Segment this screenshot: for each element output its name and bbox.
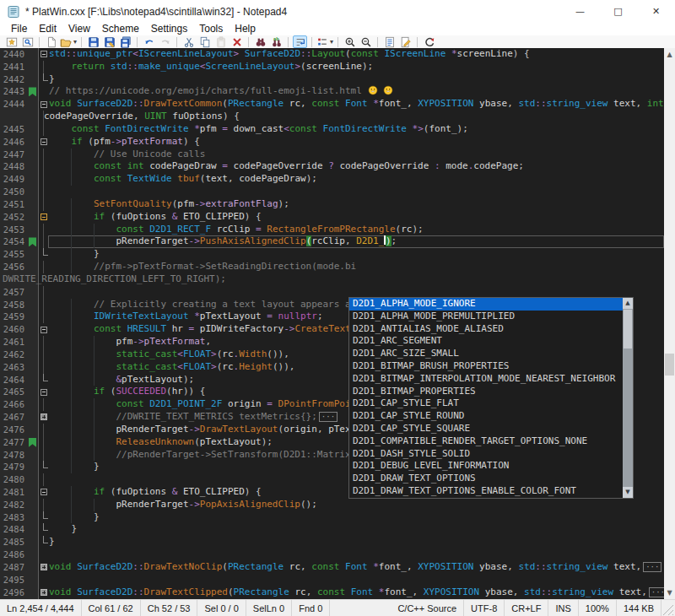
menu-file[interactable]: File bbox=[5, 23, 33, 35]
autocomplete-scroll-thumb[interactable] bbox=[624, 310, 632, 349]
copy-icon[interactable] bbox=[197, 35, 212, 48]
code-line-2456[interactable]: 2456//pfm->pTextFormat->SetReadingDirect… bbox=[0, 261, 664, 273]
autocomplete-item[interactable]: D2D1_BITMAP_INTERPOLATION_MODE_NEAREST_N… bbox=[349, 373, 633, 386]
autocomplete-item[interactable]: D2D1_CAP_STYLE_SQUARE bbox=[349, 423, 633, 435]
autocomplete-item[interactable]: D2D1_DRAW_TEXT_OPTIONS_ENABLE_COLOR_FONT bbox=[349, 485, 633, 498]
code-line-wrap[interactable]: DWRITE_READING_DIRECTION_LEFT_TO_RIGHT); bbox=[0, 273, 664, 286]
menu-settings[interactable]: Settings bbox=[145, 23, 193, 35]
fold-expand-icon[interactable] bbox=[40, 589, 47, 596]
autocomplete-item[interactable]: D2D1_DRAW_TEXT_OPTIONS bbox=[349, 473, 633, 485]
code-line-2449[interactable]: 2449const TextWide tbuf(text, codePageDr… bbox=[0, 173, 664, 186]
autocomplete-item[interactable]: D2D1_DEBUG_LEVEL_INFORMATION bbox=[349, 460, 633, 473]
code-line-2453[interactable]: 2453const D2D1_RECT_F rcClip = Rectangle… bbox=[0, 224, 664, 236]
view-marks-icon[interactable] bbox=[382, 35, 397, 48]
save-as-icon[interactable] bbox=[102, 35, 116, 48]
code-line-2448[interactable]: 2448const int codePageDraw = codePageOve… bbox=[0, 160, 664, 173]
autocomplete-item[interactable]: D2D1_COMPATIBLE_RENDER_TARGET_OPTIONS_NO… bbox=[349, 435, 633, 448]
code-line-2444[interactable]: 2444void SurfaceD2D::DrawTextCommon(PRec… bbox=[0, 98, 664, 111]
status-find-count[interactable]: Fnd 0 bbox=[292, 600, 330, 616]
zoom-out-icon[interactable] bbox=[359, 35, 373, 48]
menu-scheme[interactable]: Scheme bbox=[96, 23, 145, 35]
code-line-2482[interactable]: 2482pRenderTarget->PopAxisAlignedClip(); bbox=[0, 499, 664, 511]
dropdown-caret-icon[interactable]: ▾ bbox=[330, 38, 333, 46]
code-line-2445[interactable]: 2445const FontDirectWrite *pfm = down_ca… bbox=[0, 123, 664, 136]
save-icon[interactable] bbox=[86, 35, 100, 48]
autocomplete-scroll-down-icon[interactable]: ▼ bbox=[623, 487, 633, 498]
code-line-2451[interactable]: 2451SetFontQuality(pfm->extraFontFlag); bbox=[0, 198, 664, 211]
save-copy-icon[interactable] bbox=[118, 35, 132, 48]
status-column[interactable]: Col 61 / 62 bbox=[82, 600, 141, 616]
status-selection[interactable]: Sel 0 / 0 bbox=[197, 600, 246, 616]
status-overtype[interactable]: INS bbox=[548, 600, 578, 616]
scroll-up-arrow-icon[interactable]: ▲ bbox=[664, 48, 675, 61]
maximize-button[interactable]: □ bbox=[599, 0, 637, 23]
autocomplete-scrollbar[interactable]: ▲ ▼ bbox=[623, 298, 633, 498]
code-line-2450[interactable]: 2450 bbox=[0, 186, 664, 198]
delete-icon[interactable] bbox=[230, 35, 244, 48]
autocomplete-item[interactable]: D2D1_BITMAP_PROPERTIES bbox=[349, 386, 633, 398]
code-line-2484[interactable]: 2484} bbox=[0, 523, 664, 536]
fold-collapse-icon[interactable] bbox=[40, 389, 47, 396]
autocomplete-item[interactable]: D2D1_CAP_STYLE_FLAT bbox=[349, 397, 633, 410]
autocomplete-item[interactable]: D2D1_DASH_STYLE_SOLID bbox=[349, 448, 633, 461]
fold-collapse-icon[interactable] bbox=[40, 213, 47, 220]
fold-collapse-icon[interactable] bbox=[40, 489, 47, 495]
editor-scrollbar[interactable]: ▲ ▼ bbox=[664, 48, 675, 599]
code-line-2495[interactable]: 2495 bbox=[0, 574, 664, 586]
code-line-2442[interactable]: 2442} bbox=[0, 73, 664, 86]
status-line[interactable]: Ln 2,454 / 4,444 bbox=[0, 600, 82, 616]
autocomplete-item[interactable]: D2D1_ANTIALIAS_MODE_ALIASED bbox=[349, 323, 633, 336]
fold-expand-icon[interactable] bbox=[40, 413, 47, 420]
title-bar[interactable]: * PlatWin.cxx [F:\Libs\notepad4\scintill… bbox=[0, 0, 675, 23]
minimize-button[interactable]: — bbox=[561, 0, 599, 23]
autocomplete-scroll-up-icon[interactable]: ▲ bbox=[623, 298, 633, 309]
autocomplete-item[interactable]: D2D1_ARC_SEGMENT bbox=[349, 335, 633, 348]
menu-view[interactable]: View bbox=[62, 23, 96, 35]
scroll-down-arrow-icon[interactable]: ▼ bbox=[664, 586, 675, 599]
close-button[interactable]: ✕ bbox=[637, 0, 675, 23]
zoom-in-icon[interactable] bbox=[343, 35, 357, 48]
status-file-size[interactable]: 144 KB bbox=[617, 600, 662, 616]
code-line-2454[interactable]: 2454pRenderTarget->PushAxisAlignedClip(r… bbox=[0, 235, 664, 248]
find-icon[interactable] bbox=[253, 35, 267, 48]
new-file-icon[interactable] bbox=[44, 35, 58, 48]
code-editor[interactable]: 2440std::unique_ptr<IScreenLineLayout> S… bbox=[0, 48, 675, 599]
autocomplete-item[interactable]: D2D1_ARC_SIZE_SMALL bbox=[349, 348, 633, 360]
status-character[interactable]: Ch 52 / 53 bbox=[141, 600, 198, 616]
code-line-2443[interactable]: 2443// https://unicode.org/emoji/charts/… bbox=[0, 85, 664, 98]
status-zoom[interactable]: 100% bbox=[579, 600, 617, 616]
favorites-icon[interactable] bbox=[4, 35, 19, 48]
fold-collapse-icon[interactable] bbox=[40, 138, 47, 145]
code-line-2486[interactable]: 2486 bbox=[0, 548, 664, 561]
scheme-config-icon[interactable]: ▾ bbox=[316, 35, 333, 48]
browse-icon[interactable] bbox=[20, 35, 35, 48]
code-line-2455[interactable]: 2455} bbox=[0, 248, 664, 261]
paste-icon[interactable] bbox=[213, 35, 228, 48]
open-file-icon[interactable]: ▾ bbox=[60, 35, 77, 48]
fold-collapse-icon[interactable] bbox=[40, 327, 47, 333]
reload-icon[interactable] bbox=[422, 35, 436, 48]
code-line-2441[interactable]: 2441return std::make_unique<ScreenLineLa… bbox=[0, 61, 664, 73]
replace-icon[interactable]: ab bbox=[269, 35, 284, 48]
scrollbar-thumb[interactable] bbox=[665, 354, 674, 376]
word-wrap-icon[interactable] bbox=[293, 35, 307, 48]
code-line-2483[interactable]: 2483} bbox=[0, 511, 664, 524]
code-line-2485[interactable]: 2485} bbox=[0, 536, 664, 548]
fold-collapse-icon[interactable] bbox=[40, 51, 47, 57]
fold-expand-icon[interactable] bbox=[40, 564, 47, 570]
menu-tools[interactable]: Tools bbox=[193, 23, 229, 35]
status-scheme[interactable]: C/C++ Source bbox=[391, 600, 464, 616]
autocomplete-item[interactable]: D2D1_ALPHA_MODE_PREMULTIPLIED bbox=[349, 311, 633, 323]
code-line-2496[interactable]: 2496void SurfaceD2D::DrawTextClipped(PRe… bbox=[0, 586, 664, 599]
code-line-2452[interactable]: 2452if (fuOptions & ETO_CLIPPED) { bbox=[0, 211, 664, 224]
code-line-2487[interactable]: 2487void SurfaceD2D::DrawTextNoClip(PRec… bbox=[0, 561, 664, 574]
menu-help[interactable]: Help bbox=[229, 23, 262, 35]
status-encoding[interactable]: UTF-8 bbox=[464, 600, 505, 616]
redo-icon[interactable] bbox=[158, 35, 172, 48]
menu-edit[interactable]: Edit bbox=[33, 23, 62, 35]
autocomplete-item[interactable]: D2D1_CAP_STYLE_ROUND bbox=[349, 410, 633, 423]
autocomplete-item[interactable]: D2D1_ALPHA_MODE_IGNORE bbox=[349, 298, 633, 311]
undo-icon[interactable] bbox=[142, 35, 156, 48]
fold-collapse-icon[interactable] bbox=[40, 101, 47, 108]
edit-mode-icon[interactable] bbox=[398, 35, 413, 48]
